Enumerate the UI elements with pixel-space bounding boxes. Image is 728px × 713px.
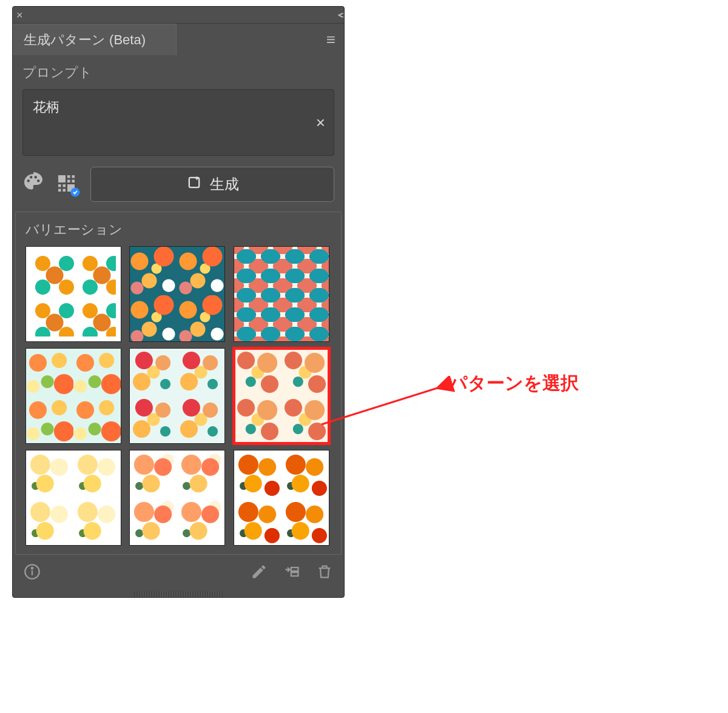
annotation-text: パターンを選択 <box>449 371 579 396</box>
svg-rect-15 <box>291 567 298 571</box>
variation-thumb-6[interactable] <box>234 348 329 444</box>
palette-icon[interactable] <box>22 172 44 196</box>
pencil-icon[interactable] <box>251 563 268 583</box>
svg-rect-8 <box>63 189 66 192</box>
svg-rect-2 <box>72 175 75 178</box>
generate-pattern-panel: × << 生成パターン (Beta) ≡ プロンプト 花柄 × <box>12 6 345 598</box>
svg-rect-3 <box>67 180 70 183</box>
pattern-type-icon[interactable] <box>56 173 78 195</box>
tab-row: 生成パターン (Beta) ≡ <box>13 24 344 55</box>
hamburger-icon[interactable]: ≡ <box>326 30 344 49</box>
variation-thumb-7[interactable] <box>25 450 121 546</box>
variation-thumb-9[interactable] <box>234 450 329 546</box>
tab-generate-pattern[interactable]: 生成パターン (Beta) <box>13 24 177 55</box>
generate-label: 生成 <box>210 175 239 194</box>
controls-row: 生成 <box>13 167 344 212</box>
variation-thumb-3[interactable] <box>234 246 329 342</box>
info-icon[interactable] <box>24 563 41 583</box>
collapse-icon[interactable]: << <box>338 10 340 20</box>
variation-thumb-5[interactable] <box>129 348 225 444</box>
svg-rect-1 <box>67 175 70 178</box>
trash-icon[interactable] <box>316 563 333 583</box>
prompt-section: プロンプト 花柄 × <box>13 55 344 158</box>
close-icon[interactable]: × <box>16 10 23 21</box>
svg-rect-5 <box>58 184 61 187</box>
svg-rect-4 <box>72 180 75 183</box>
svg-rect-6 <box>63 184 66 187</box>
svg-point-14 <box>32 567 33 569</box>
variation-thumb-1[interactable] <box>25 246 121 342</box>
resize-grip[interactable] <box>134 591 223 597</box>
svg-rect-0 <box>58 175 66 182</box>
variations-label: バリエーション <box>25 221 331 239</box>
variation-thumb-4[interactable] <box>25 348 121 444</box>
generate-button[interactable]: 生成 <box>90 167 334 202</box>
panel-footer <box>13 555 344 591</box>
sparkle-generate-icon <box>186 174 203 195</box>
clear-x-icon[interactable]: × <box>316 113 325 132</box>
prompt-label: プロンプト <box>22 64 334 82</box>
variation-thumb-2[interactable] <box>129 246 225 342</box>
variations-section: バリエーション <box>15 212 342 555</box>
variations-grid <box>25 246 331 546</box>
prompt-value: 花柄 <box>33 99 59 115</box>
panel-title: 生成パターン (Beta) <box>24 31 146 49</box>
apply-to-layer-icon[interactable] <box>283 563 300 583</box>
variation-thumb-8[interactable] <box>129 450 225 546</box>
svg-rect-16 <box>291 572 298 576</box>
prompt-input[interactable]: 花柄 × <box>22 89 334 156</box>
footer-actions <box>251 563 333 583</box>
panel-header: × << <box>13 7 344 24</box>
svg-rect-7 <box>58 189 61 192</box>
